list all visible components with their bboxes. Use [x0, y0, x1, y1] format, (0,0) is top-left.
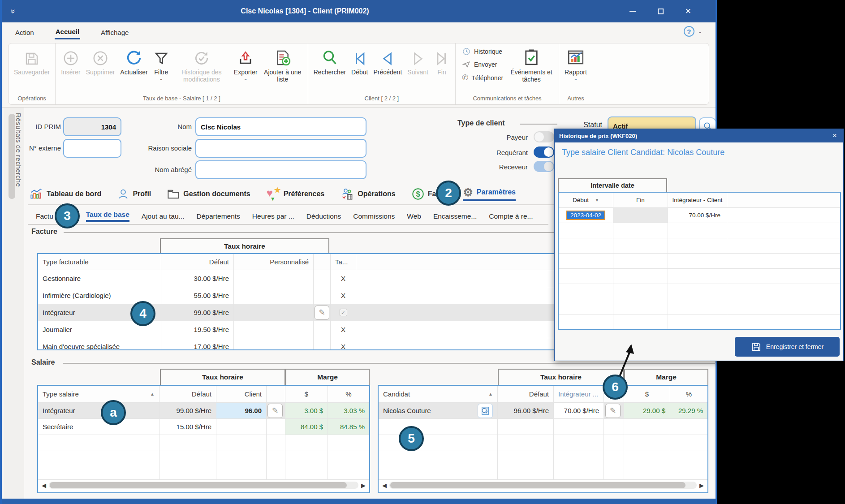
export-button[interactable]: Exporter ⌄ — [232, 46, 259, 82]
dialog-titlebar[interactable]: Historique de prix (WKF020) × — [555, 129, 843, 142]
export-icon — [237, 47, 254, 67]
salaire-candidat-col-candidat[interactable]: Candidat▲ — [379, 386, 498, 403]
edit-candidate-rate-button[interactable]: ✎ — [605, 404, 621, 418]
subtab-web[interactable]: Web — [407, 212, 421, 220]
subtab-commissions[interactable]: Commissions — [353, 212, 395, 220]
salaire-client-row-integrateur[interactable]: Intégrateur 99.00 $/Hre 96.00 ✎ 3.00 $ 3… — [38, 403, 369, 419]
subtab-compte-a-recevoir[interactable]: Compte à re... — [489, 212, 533, 220]
facture-row-infirmiere[interactable]: Infirmière (Cardiologie) 55.00 $/Hre X — [38, 287, 554, 304]
ribbon-group-client: Rechercher Début Précédent — [308, 43, 456, 104]
search-results-panel[interactable]: Résultats de recherche — [4, 108, 24, 499]
close-button[interactable]: × — [674, 0, 702, 22]
facture-row-journalier[interactable]: Journalier 19.50 $/Hre X — [38, 321, 554, 338]
subtab-encaissement[interactable]: Encaisseme... — [433, 212, 477, 220]
previous-record-button[interactable]: Précédent — [371, 46, 404, 77]
dialog-close-button[interactable]: × — [831, 131, 839, 140]
report-chart-icon — [566, 47, 585, 67]
maximize-button[interactable] — [647, 0, 674, 22]
facture-row-main-doeuvre[interactable]: Main d'oeuvre spécialisée 17.00 $/Hre X — [38, 338, 554, 350]
ribbon-tab-accueil[interactable]: Accueil — [55, 25, 80, 39]
payeur-toggle[interactable] — [534, 131, 554, 142]
dialog-col-fin[interactable]: Fin — [613, 193, 668, 208]
open-candidate-button[interactable] — [478, 404, 493, 418]
panel-handle[interactable] — [9, 114, 15, 199]
id-prim-field[interactable]: 1304 — [63, 117, 121, 136]
subtab-facturation[interactable]: Factu — [36, 212, 53, 220]
window-bottom-border — [2, 499, 716, 504]
send-button[interactable]: Envoyer — [462, 60, 503, 69]
salaire-client-col-client[interactable]: Client — [216, 386, 267, 403]
no-externe-field[interactable] — [63, 139, 121, 158]
ribbon-tab-action[interactable]: Action — [14, 26, 35, 39]
facture-col-type[interactable]: Type facturable — [38, 254, 161, 270]
subtab-ajout-au-taux[interactable]: Ajout au tau... — [142, 212, 185, 220]
dialog-col-integrateur-client[interactable]: Intégrateur - Client — [668, 193, 727, 208]
ribbon-tab-affichage[interactable]: Affichage — [100, 26, 129, 39]
filter-icon — [153, 47, 169, 67]
tab-gestion-documents[interactable]: Gestion documents — [167, 188, 250, 200]
salaire-candidat-row-nicolas-couture[interactable]: Nicolas Couture 96.00 $/Hre 70.00 $/Hre … — [379, 403, 707, 419]
annotation-badge-6: 6 — [603, 375, 628, 400]
edit-personnalise-button[interactable]: ✎ — [315, 306, 329, 320]
facture-row-integrateur-selected[interactable]: Intégrateur 99.00 $/Hre ✎ ✓ — [38, 304, 554, 321]
subtab-departements[interactable]: Départements — [196, 212, 240, 220]
nom-label: Nom — [151, 123, 192, 130]
salaire-candidat-col-percent[interactable]: % — [670, 386, 707, 403]
scroll-left-icon[interactable]: ◀ — [382, 482, 387, 489]
salaire-client-col-defaut[interactable]: Défaut — [160, 386, 216, 403]
tab-parametres[interactable]: ⚙ Paramètres — [463, 187, 516, 201]
tab-tableau-de-bord[interactable]: Tableau de bord — [30, 188, 101, 200]
events-tasks-button[interactable]: Événements et tâches — [508, 46, 555, 84]
filter-button[interactable]: Filtre ⌄ — [151, 46, 171, 82]
intervalle-date-group-header: Intervalle date — [558, 178, 667, 192]
fin-date-cell[interactable] — [613, 208, 668, 223]
edit-client-rate-button[interactable]: ✎ — [267, 404, 283, 418]
facture-row-gestionnaire[interactable]: Gestionnaire 30.00 $/Hre X — [38, 270, 554, 287]
salaire-client-row-secretaire[interactable]: Secrétaire 15.00 $/Hre 84.00 $ 84.85 % — [38, 419, 369, 435]
ribbon-collapse-icon[interactable]: ⌄ — [698, 29, 702, 34]
scroll-right-icon[interactable]: ▶ — [699, 482, 704, 489]
tab-profil[interactable]: Profil — [117, 188, 151, 200]
facture-col-personnalise[interactable]: Personnalisé — [234, 254, 314, 270]
facture-col-defaut[interactable]: Défaut — [161, 254, 234, 270]
salaire-client-col-type[interactable]: Type salaire▲ — [38, 386, 160, 403]
taxable-checkbox[interactable]: ✓ — [340, 309, 347, 316]
requerant-toggle[interactable] — [534, 146, 554, 158]
salaire-candidat-col-dollar[interactable]: $ — [624, 386, 670, 403]
scroll-thumb[interactable] — [50, 482, 347, 488]
dialog-col-debut[interactable]: Début▼ — [559, 193, 613, 208]
subtab-heures-par[interactable]: Heures par ... — [252, 212, 294, 220]
phone-button[interactable]: ✆ Téléphoner — [462, 73, 503, 82]
tab-operations[interactable]: Opérations — [341, 188, 395, 200]
tab-preferences[interactable]: ♥ ★ ▼ Préférences — [267, 188, 325, 200]
salaire-candidat-hscrollbar[interactable]: ◀ ▶ — [382, 480, 704, 490]
maximize-icon — [658, 9, 664, 14]
search-button[interactable]: Rechercher — [312, 46, 348, 77]
minimize-button[interactable] — [619, 0, 647, 22]
refresh-button[interactable]: Actualiser — [118, 46, 149, 77]
salaire-client-hscrollbar[interactable]: ◀ ▶ — [42, 480, 366, 490]
first-record-button[interactable]: Début — [349, 46, 370, 77]
receveur-toggle[interactable] — [534, 161, 554, 172]
scroll-left-icon[interactable]: ◀ — [42, 482, 46, 489]
salaire-candidat-col-defaut[interactable]: Défaut — [498, 386, 554, 403]
debut-date-cell[interactable]: 2023-04-02 — [566, 211, 605, 220]
column-dropdown-icon[interactable]: ▼ — [595, 198, 599, 202]
save-and-close-button[interactable]: Enregistrer et fermer — [735, 337, 840, 357]
raison-sociale-field[interactable] — [195, 139, 366, 158]
salaire-client-col-dollar[interactable]: $ — [285, 386, 328, 403]
salaire-candidat-col-integrateur[interactable]: Intégrateur ... — [554, 386, 604, 403]
subtab-taux-de-base[interactable]: Taux de base — [86, 211, 129, 222]
subtab-deductions[interactable]: Déductions — [306, 212, 341, 220]
nom-field[interactable]: Clsc Nicolas — [195, 117, 366, 136]
nom-abrege-field[interactable] — [195, 160, 366, 179]
price-history-row[interactable]: 2023-04-02 70.00 $/Hre — [559, 208, 840, 223]
scroll-right-icon[interactable]: ▶ — [361, 482, 366, 489]
help-icon[interactable]: ? — [684, 26, 694, 37]
add-to-list-button[interactable]: Ajouter à une liste — [261, 46, 304, 84]
report-button[interactable]: Rapport ⌄ — [563, 46, 589, 82]
history-button[interactable]: Historique — [462, 47, 503, 56]
scroll-thumb[interactable] — [390, 482, 685, 488]
facture-col-taxable[interactable]: Ta... — [331, 254, 356, 270]
salaire-client-col-percent[interactable]: % — [328, 386, 369, 403]
